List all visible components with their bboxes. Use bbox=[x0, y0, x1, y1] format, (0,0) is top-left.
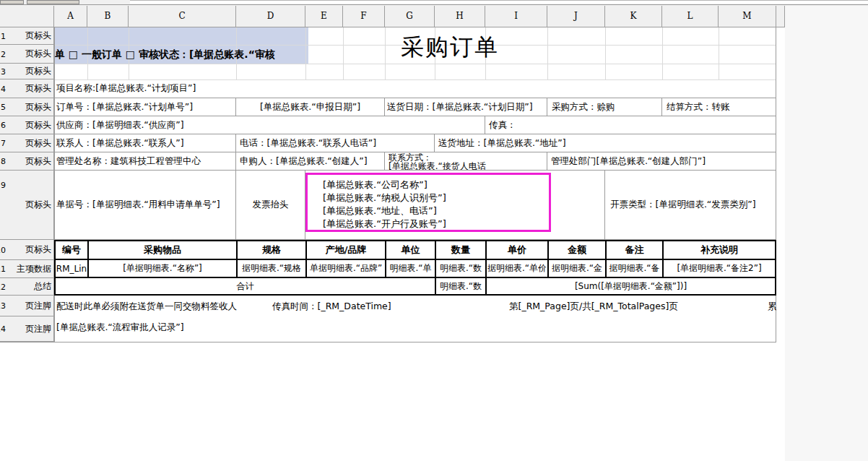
invoice-line: [单据总账表.“纳税人识别号”] bbox=[323, 191, 549, 204]
td-qty[interactable]: 明细表.“数 bbox=[436, 260, 485, 277]
row-header-10[interactable]: 10页标头 bbox=[0, 240, 54, 260]
order-type-cell[interactable]: 单 □ 一般订单 □ 审核状态：[单据总账表.“审核 bbox=[55, 45, 308, 64]
cell-phone[interactable]: 电话：[单据总账表.“联系人电话”] bbox=[236, 134, 435, 152]
invoice-line: [单据总账表.“地址、电话”] bbox=[323, 204, 549, 217]
cell-applicant[interactable]: 申购人：[单据总账表.“创建人”] bbox=[236, 152, 385, 171]
td-origin-brand[interactable]: 单据明细表.“品牌” bbox=[307, 260, 385, 277]
cell-dept-name[interactable]: 管理处名称：建筑科技工程管理中心 bbox=[54, 152, 236, 171]
cell-invoice-type[interactable]: 开票类型：[单据明细表.“发票类别”] bbox=[605, 171, 776, 240]
th-number[interactable]: 编号 bbox=[56, 241, 87, 259]
invoice-line: [单据总账表.“开户行及账号”] bbox=[323, 217, 549, 231]
footer-fax-time[interactable]: 传真时间：[_RM_DateTime] bbox=[272, 296, 391, 316]
corner-header[interactable] bbox=[0, 6, 54, 27]
row-header-4[interactable]: 4页标头 bbox=[0, 79, 54, 98]
column-header-i[interactable]: I bbox=[485, 6, 547, 27]
column-header-m[interactable]: M bbox=[719, 6, 776, 27]
column-header-l[interactable]: L bbox=[662, 6, 719, 27]
th-remark[interactable]: 备注 bbox=[607, 241, 662, 259]
column-header-stub[interactable] bbox=[776, 6, 785, 27]
row-header-7[interactable]: 7页标头 bbox=[0, 134, 54, 152]
cell-invoice-title-label[interactable]: 发票抬头 bbox=[236, 171, 305, 240]
td-remark[interactable]: 据明细表.“备 bbox=[607, 260, 662, 277]
column-header-e[interactable]: E bbox=[305, 6, 343, 27]
column-header-d[interactable]: D bbox=[236, 6, 305, 27]
td-amount[interactable]: 据明细表.“金 bbox=[549, 260, 605, 277]
td-unit[interactable]: 明细表.“单 bbox=[386, 260, 435, 277]
row-header-9[interactable]: 9页标头 bbox=[0, 171, 54, 240]
column-header-c[interactable]: C bbox=[129, 6, 236, 27]
cell-doc-no[interactable]: 单据号：[单据明细表.“用料申请单单号”] bbox=[54, 171, 236, 240]
th-extra[interactable]: 补充说明 bbox=[664, 241, 775, 259]
cell-settle-mode[interactable]: 结算方式：转账 bbox=[662, 98, 776, 116]
column-header-a[interactable]: A bbox=[54, 6, 87, 27]
th-amount[interactable]: 金额 bbox=[549, 241, 605, 259]
footer-accum-clipped[interactable]: 累计 bbox=[768, 296, 776, 316]
cell-delivery-addr[interactable]: 送货地址：[单据总账表.“地址”] bbox=[435, 134, 776, 152]
th-qty[interactable]: 数量 bbox=[436, 241, 485, 259]
summary-amount[interactable]: [Sum([单据明细表.“金额”])] bbox=[487, 278, 775, 294]
column-header-g[interactable]: G bbox=[385, 6, 435, 27]
cell-order-no[interactable]: 订单号：[单据总账表.“计划单号”] bbox=[54, 98, 236, 116]
cell-fax[interactable]: 传真： bbox=[485, 116, 776, 134]
cell-purchase-mode[interactable]: 采购方式：赊购 bbox=[547, 98, 662, 116]
footer-approval[interactable]: [单据总账表.“流程审批人记录”] bbox=[56, 316, 771, 338]
page-footer-row-1: 配送时此单必须附在送货单一同交物料签收人 传真时间：[_RM_DateTime]… bbox=[0, 296, 776, 316]
th-price[interactable]: 单价 bbox=[487, 241, 547, 259]
selected-invoice-header-box[interactable]: [单据总账表.“公司名称”] [单据总账表.“纳税人识别号”] [单据总账表.“… bbox=[305, 173, 551, 232]
column-header-k[interactable]: K bbox=[605, 6, 662, 27]
cell-dept[interactable]: 管理处部门[单据总账表.“创建人部门”] bbox=[547, 152, 776, 171]
cell-supplier[interactable]: 供应商：[单据明细表.“供应商”] bbox=[54, 116, 485, 134]
canvas-gutter bbox=[785, 6, 868, 461]
column-header-f[interactable]: F bbox=[343, 6, 385, 27]
row-header-6[interactable]: 6页标头 bbox=[0, 116, 54, 134]
th-origin-brand[interactable]: 产地/品牌 bbox=[307, 241, 385, 259]
row-header-11[interactable]: 11主项数据 bbox=[0, 260, 54, 278]
td-number[interactable]: RM_Lin bbox=[56, 260, 87, 277]
td-price[interactable]: 据明细表.“单价 bbox=[487, 260, 547, 277]
column-header-h[interactable]: H bbox=[435, 6, 485, 27]
cell-contact[interactable]: 联系人：[单据总账表.“联系人”] bbox=[54, 134, 236, 152]
row-header-8[interactable]: 8页标头 bbox=[0, 152, 54, 171]
td-item[interactable]: [单据明细表.“名称”] bbox=[89, 260, 236, 277]
td-extra[interactable]: [单据明细表.“备注2”] bbox=[664, 260, 775, 277]
toolbar-field[interactable] bbox=[130, 0, 868, 4]
row-header-12[interactable]: 12总结 bbox=[0, 278, 54, 296]
th-unit[interactable]: 单位 bbox=[386, 241, 435, 259]
th-item[interactable]: 采购物品 bbox=[89, 241, 236, 259]
divider bbox=[0, 4, 868, 5]
report-title[interactable]: 采购订单 bbox=[305, 32, 594, 64]
td-spec[interactable]: 据明细表.“规格 bbox=[238, 260, 305, 277]
invoice-line: [单据总账表.“公司名称”] bbox=[323, 178, 549, 191]
summary-qty[interactable]: 明细表.“数 bbox=[436, 278, 485, 294]
column-header-j[interactable]: J bbox=[547, 6, 605, 27]
row-header-14[interactable]: 14页注脚 bbox=[0, 316, 54, 342]
summary-total-label[interactable]: 合计 bbox=[56, 278, 435, 294]
cell-declare-date[interactable]: [单据总账表.“申报日期”] bbox=[236, 98, 385, 116]
row-header-3[interactable]: 3页标头 bbox=[0, 64, 54, 79]
column-header-b[interactable]: B bbox=[87, 6, 129, 27]
row-header-2[interactable]: 2页标头 bbox=[0, 45, 54, 64]
cell-delivery-date[interactable]: 送货日期：[单据总账表.“计划日期”] bbox=[385, 98, 547, 116]
footer-note[interactable]: 配送时此单必须附在送货单一同交物料签收人 bbox=[56, 296, 237, 316]
row-header-1[interactable]: 1页标头 bbox=[0, 27, 54, 45]
row-header-5[interactable]: 5页标头 bbox=[0, 98, 54, 116]
report-designer-window: A B C D E F G H I J K L M 1页标头 2页标头 3页标头… bbox=[0, 0, 868, 461]
th-spec[interactable]: 规格 bbox=[238, 241, 305, 259]
footer-page-info[interactable]: 第[_RM_Page]页/共[_RM_TotalPages]页 bbox=[509, 296, 678, 316]
cell-project-name[interactable]: 项目名称:[单据总账表.“计划项目”] bbox=[54, 79, 776, 98]
cell-contact-way[interactable]: 联系方式：[单据总账表.“接货人电话 bbox=[385, 152, 547, 171]
